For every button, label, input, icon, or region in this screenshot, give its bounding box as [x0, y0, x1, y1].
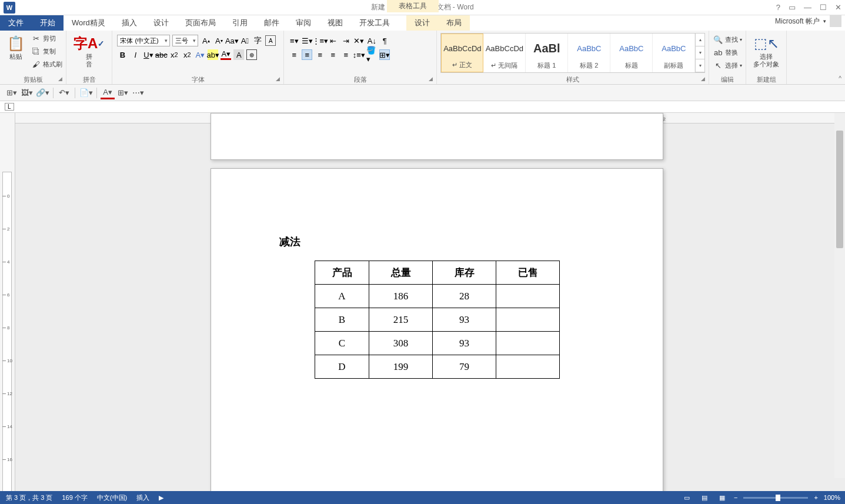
- table-cell[interactable]: B: [315, 308, 369, 332]
- tab-references[interactable]: 引用: [224, 15, 256, 31]
- view-web-icon[interactable]: ▦: [716, 493, 728, 502]
- tab-view[interactable]: 视图: [319, 15, 351, 31]
- table-cell[interactable]: 93: [433, 332, 496, 355]
- italic-button[interactable]: I: [130, 49, 141, 60]
- vertical-ruler[interactable]: 02468101214161820: [0, 113, 15, 491]
- qat-borders-icon[interactable]: ⊞▾: [116, 86, 130, 99]
- zoom-in-button[interactable]: +: [814, 494, 817, 501]
- qat-link-icon[interactable]: 🔗▾: [35, 86, 49, 99]
- multilevel-list-button[interactable]: ⋮≡▾: [315, 35, 325, 46]
- qat-page-icon[interactable]: 📄▾: [79, 86, 93, 99]
- style-heading2[interactable]: AaBbC标题 2: [568, 34, 610, 72]
- table-cell[interactable]: 186: [369, 285, 433, 308]
- table-cell[interactable]: 79: [433, 355, 496, 379]
- qat-font-color-icon[interactable]: A▾: [101, 86, 115, 99]
- style-no-spacing[interactable]: AaBbCcDd↵ 无间隔: [483, 34, 526, 72]
- bold-button[interactable]: B: [117, 49, 128, 60]
- close-icon[interactable]: ✕: [835, 3, 841, 12]
- font-name-combo[interactable]: 宋体 (中文正): [117, 35, 170, 46]
- collapse-ribbon-icon[interactable]: ^: [839, 75, 841, 82]
- view-read-icon[interactable]: ▭: [681, 493, 693, 502]
- align-center-button[interactable]: ≡: [302, 49, 312, 60]
- status-words[interactable]: 169 个字: [62, 493, 87, 502]
- sort-button[interactable]: A↓: [366, 35, 377, 46]
- style-heading1[interactable]: AaBl标题 1: [526, 34, 568, 72]
- replace-button[interactable]: ab替换: [712, 46, 739, 59]
- help-icon[interactable]: ?: [776, 3, 780, 12]
- table-cell[interactable]: 308: [369, 332, 433, 355]
- strikethrough-button[interactable]: abc: [156, 49, 166, 60]
- tab-layout[interactable]: 页面布局: [177, 15, 224, 31]
- page-previous[interactable]: [211, 113, 663, 160]
- select-button[interactable]: ↖选择▾: [712, 59, 743, 72]
- page-current[interactable]: 减法 产品总量库存已售A18628B21593C30893D19979: [211, 168, 663, 491]
- increase-indent-button[interactable]: ⇥: [340, 35, 351, 46]
- select-multiple-button[interactable]: ⬚↖ 选择 多个对象: [749, 32, 784, 71]
- table-cell[interactable]: 28: [433, 285, 496, 308]
- tab-developer[interactable]: 开发工具: [351, 15, 398, 31]
- tab-design[interactable]: 设计: [145, 15, 177, 31]
- grow-font-button[interactable]: A▴: [201, 35, 211, 46]
- bullets-button[interactable]: ≡▾: [289, 35, 299, 46]
- zoom-out-button[interactable]: −: [734, 494, 737, 501]
- qat-undo-icon[interactable]: ↶▾: [57, 86, 71, 99]
- vertical-scrollbar[interactable]: [834, 113, 845, 478]
- style-subtitle[interactable]: AaBbC副标题: [653, 34, 695, 72]
- shading-button[interactable]: 🪣▾: [366, 49, 377, 60]
- qat-more-icon[interactable]: ⋯▾: [131, 86, 145, 99]
- tab-insert[interactable]: 插入: [113, 15, 145, 31]
- borders-button[interactable]: ⊞▾: [379, 49, 390, 60]
- distribute-button[interactable]: ≡: [340, 49, 351, 60]
- highlight-button[interactable]: ab▾: [208, 49, 218, 60]
- minimize-icon[interactable]: —: [804, 3, 811, 12]
- account-label[interactable]: Microsoft 帐户: [775, 16, 820, 26]
- line-spacing-button[interactable]: ↕≡▾: [353, 49, 364, 60]
- text-effects-button[interactable]: A▾: [195, 49, 205, 60]
- zoom-slider[interactable]: [743, 497, 808, 499]
- subscript-button[interactable]: x2: [169, 49, 179, 60]
- table-cell[interactable]: [496, 355, 560, 379]
- table-header[interactable]: 已售: [496, 261, 560, 285]
- align-left-button[interactable]: ≡: [289, 49, 299, 60]
- phonetic-guide-button[interactable]: 字: [252, 35, 263, 46]
- maximize-icon[interactable]: ☐: [820, 3, 827, 12]
- change-case-button[interactable]: Aa▾: [226, 35, 237, 46]
- pinyin-button[interactable]: 字A✓ 拼 音: [69, 32, 109, 71]
- table-cell[interactable]: A: [315, 285, 369, 308]
- styles-dialog-launcher[interactable]: ◢: [701, 74, 705, 84]
- table-cell[interactable]: [496, 285, 560, 308]
- tab-mailings[interactable]: 邮件: [256, 15, 288, 31]
- table-cell[interactable]: 215: [369, 308, 433, 332]
- qat-picture-icon[interactable]: 🖼▾: [20, 86, 34, 99]
- find-button[interactable]: 🔍查找▾: [712, 33, 743, 46]
- copy-button[interactable]: ⿻复制: [29, 45, 64, 58]
- char-border-button[interactable]: ⊕: [246, 49, 257, 60]
- paste-button[interactable]: 📋 粘贴: [2, 32, 29, 63]
- status-page[interactable]: 第 3 页，共 3 页: [6, 493, 52, 502]
- table-header[interactable]: 产品: [315, 261, 369, 285]
- superscript-button[interactable]: x2: [182, 49, 192, 60]
- font-color-button[interactable]: A▾: [221, 49, 231, 60]
- asian-layout-button[interactable]: ✕▾: [353, 35, 364, 46]
- table-cell[interactable]: [496, 308, 560, 332]
- tab-review[interactable]: 审阅: [288, 15, 319, 31]
- table-cell[interactable]: C: [315, 332, 369, 355]
- show-marks-button[interactable]: ¶: [379, 35, 390, 46]
- style-normal[interactable]: AaBbCcDd↵ 正文: [441, 34, 483, 72]
- align-right-button[interactable]: ≡: [315, 49, 325, 60]
- status-language[interactable]: 中文(中国): [97, 493, 127, 502]
- tab-table-layout[interactable]: 布局: [438, 15, 470, 31]
- tab-wordgenie[interactable]: Word精灵: [64, 15, 113, 31]
- table-cell[interactable]: D: [315, 355, 369, 379]
- underline-button[interactable]: U▾: [143, 49, 153, 60]
- gallery-more-button[interactable]: ▾: [696, 59, 704, 72]
- clear-formatting-button[interactable]: A⃠: [239, 35, 250, 46]
- view-print-icon[interactable]: ▤: [699, 493, 710, 502]
- clipboard-dialog-launcher[interactable]: ◢: [58, 74, 62, 84]
- tab-home[interactable]: 开始: [32, 15, 64, 31]
- ribbon-display-icon[interactable]: ▭: [789, 3, 796, 12]
- avatar-icon[interactable]: [830, 15, 841, 27]
- gallery-up-button[interactable]: ▴: [696, 34, 704, 46]
- qat-table-icon[interactable]: ⊞▾: [5, 86, 19, 99]
- status-mode[interactable]: 插入: [136, 493, 149, 502]
